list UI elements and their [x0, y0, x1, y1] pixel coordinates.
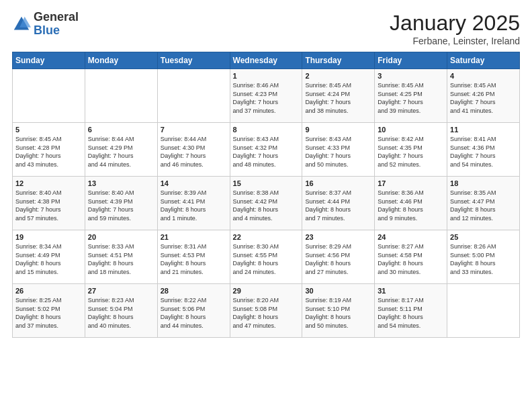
day-info: Sunrise: 8:38 AM Sunset: 4:42 PM Dayligh… — [233, 189, 300, 222]
day-number: 5 — [15, 126, 82, 134]
day-number: 17 — [378, 179, 444, 187]
col-thursday: Thursday — [302, 52, 375, 69]
day-number: 18 — [450, 179, 517, 187]
day-info: Sunrise: 8:23 AM Sunset: 5:04 PM Dayligh… — [88, 296, 154, 330]
day-info: Sunrise: 8:26 AM Sunset: 5:00 PM Dayligh… — [450, 242, 517, 276]
day-number: 29 — [233, 287, 300, 295]
calendar-cell: 19Sunrise: 8:34 AM Sunset: 4:49 PM Dayli… — [13, 230, 85, 284]
day-info: Sunrise: 8:30 AM Sunset: 4:55 PM Dayligh… — [233, 242, 300, 276]
calendar-cell: 3Sunrise: 8:45 AM Sunset: 4:25 PM Daylig… — [375, 69, 447, 123]
day-info: Sunrise: 8:45 AM Sunset: 4:24 PM Dayligh… — [305, 81, 371, 115]
calendar-cell: 29Sunrise: 8:20 AM Sunset: 5:08 PM Dayli… — [230, 284, 302, 338]
day-info: Sunrise: 8:37 AM Sunset: 4:44 PM Dayligh… — [305, 189, 371, 222]
calendar-cell: 28Sunrise: 8:22 AM Sunset: 5:06 PM Dayli… — [157, 284, 230, 338]
calendar-week-row: 5Sunrise: 8:45 AM Sunset: 4:28 PM Daylig… — [13, 123, 520, 177]
day-info: Sunrise: 8:27 AM Sunset: 4:58 PM Dayligh… — [378, 242, 444, 276]
calendar-subtitle: Ferbane, Leinster, Ireland — [390, 36, 520, 46]
calendar-cell: 27Sunrise: 8:23 AM Sunset: 5:04 PM Dayli… — [85, 284, 157, 338]
logo: General Blue — [12, 11, 79, 38]
day-info: Sunrise: 8:33 AM Sunset: 4:51 PM Dayligh… — [88, 242, 154, 276]
calendar-cell: 22Sunrise: 8:30 AM Sunset: 4:55 PM Dayli… — [230, 230, 302, 284]
day-info: Sunrise: 8:45 AM Sunset: 4:26 PM Dayligh… — [450, 81, 517, 115]
col-wednesday: Wednesday — [230, 52, 302, 69]
day-number: 31 — [378, 287, 444, 295]
day-number: 26 — [15, 287, 82, 295]
day-info: Sunrise: 8:43 AM Sunset: 4:33 PM Dayligh… — [305, 135, 371, 169]
calendar-week-row: 19Sunrise: 8:34 AM Sunset: 4:49 PM Dayli… — [13, 230, 520, 284]
logo-icon — [12, 15, 31, 34]
day-info: Sunrise: 8:31 AM Sunset: 4:53 PM Dayligh… — [161, 242, 227, 276]
day-info: Sunrise: 8:20 AM Sunset: 5:08 PM Dayligh… — [233, 296, 300, 330]
day-number: 2 — [305, 72, 371, 80]
day-number: 12 — [15, 179, 82, 187]
calendar-week-row: 1Sunrise: 8:46 AM Sunset: 4:23 PM Daylig… — [13, 69, 520, 123]
calendar-header-row: Sunday Monday Tuesday Wednesday Thursday… — [13, 52, 520, 69]
day-info: Sunrise: 8:25 AM Sunset: 5:02 PM Dayligh… — [15, 296, 82, 330]
day-info: Sunrise: 8:45 AM Sunset: 4:28 PM Dayligh… — [15, 135, 82, 169]
day-info: Sunrise: 8:44 AM Sunset: 4:29 PM Dayligh… — [88, 135, 154, 169]
day-info: Sunrise: 8:41 AM Sunset: 4:36 PM Dayligh… — [450, 135, 517, 169]
calendar-cell: 21Sunrise: 8:31 AM Sunset: 4:53 PM Dayli… — [157, 230, 230, 284]
calendar-cell: 1Sunrise: 8:46 AM Sunset: 4:23 PM Daylig… — [230, 69, 302, 123]
day-info: Sunrise: 8:35 AM Sunset: 4:47 PM Dayligh… — [450, 189, 517, 222]
title-block: January 2025 Ferbane, Leinster, Ireland — [390, 11, 520, 46]
calendar-cell — [447, 284, 520, 338]
day-number: 28 — [161, 287, 227, 295]
day-number: 1 — [233, 72, 300, 80]
day-number: 24 — [378, 233, 444, 241]
day-number: 25 — [450, 233, 517, 241]
day-number: 19 — [15, 233, 82, 241]
day-number: 14 — [161, 179, 227, 187]
day-info: Sunrise: 8:42 AM Sunset: 4:35 PM Dayligh… — [378, 135, 444, 169]
calendar-cell: 5Sunrise: 8:45 AM Sunset: 4:28 PM Daylig… — [13, 123, 85, 177]
day-number: 13 — [88, 179, 154, 187]
day-number: 4 — [450, 72, 517, 80]
day-number: 16 — [305, 179, 371, 187]
calendar-week-row: 26Sunrise: 8:25 AM Sunset: 5:02 PM Dayli… — [13, 284, 520, 338]
calendar-cell: 10Sunrise: 8:42 AM Sunset: 4:35 PM Dayli… — [375, 123, 447, 177]
day-number: 15 — [233, 179, 300, 187]
calendar-cell: 4Sunrise: 8:45 AM Sunset: 4:26 PM Daylig… — [447, 69, 520, 123]
calendar-cell: 25Sunrise: 8:26 AM Sunset: 5:00 PM Dayli… — [447, 230, 520, 284]
day-number: 8 — [233, 126, 300, 134]
day-info: Sunrise: 8:22 AM Sunset: 5:06 PM Dayligh… — [161, 296, 227, 330]
calendar-cell: 2Sunrise: 8:45 AM Sunset: 4:24 PM Daylig… — [302, 69, 375, 123]
calendar-cell: 18Sunrise: 8:35 AM Sunset: 4:47 PM Dayli… — [447, 177, 520, 230]
calendar-cell: 26Sunrise: 8:25 AM Sunset: 5:02 PM Dayli… — [13, 284, 85, 338]
calendar-cell: 20Sunrise: 8:33 AM Sunset: 4:51 PM Dayli… — [85, 230, 157, 284]
calendar-week-row: 12Sunrise: 8:40 AM Sunset: 4:38 PM Dayli… — [13, 177, 520, 230]
col-friday: Friday — [375, 52, 447, 69]
col-tuesday: Tuesday — [157, 52, 230, 69]
day-number: 7 — [161, 126, 227, 134]
day-number: 21 — [161, 233, 227, 241]
day-info: Sunrise: 8:44 AM Sunset: 4:30 PM Dayligh… — [161, 135, 227, 169]
day-number: 20 — [88, 233, 154, 241]
day-number: 10 — [378, 126, 444, 134]
day-number: 23 — [305, 233, 371, 241]
calendar-cell: 12Sunrise: 8:40 AM Sunset: 4:38 PM Dayli… — [13, 177, 85, 230]
calendar-cell: 14Sunrise: 8:39 AM Sunset: 4:41 PM Dayli… — [157, 177, 230, 230]
calendar-cell: 17Sunrise: 8:36 AM Sunset: 4:46 PM Dayli… — [375, 177, 447, 230]
col-saturday: Saturday — [447, 52, 520, 69]
day-info: Sunrise: 8:40 AM Sunset: 4:38 PM Dayligh… — [15, 189, 82, 222]
calendar-cell: 13Sunrise: 8:40 AM Sunset: 4:39 PM Dayli… — [85, 177, 157, 230]
day-number: 22 — [233, 233, 300, 241]
calendar-cell: 6Sunrise: 8:44 AM Sunset: 4:29 PM Daylig… — [85, 123, 157, 177]
calendar-cell: 31Sunrise: 8:17 AM Sunset: 5:11 PM Dayli… — [375, 284, 447, 338]
page-header: General Blue January 2025 Ferbane, Leins… — [12, 11, 520, 46]
day-info: Sunrise: 8:36 AM Sunset: 4:46 PM Dayligh… — [378, 189, 444, 222]
day-number: 11 — [450, 126, 517, 134]
calendar-table: Sunday Monday Tuesday Wednesday Thursday… — [12, 52, 520, 338]
day-number: 30 — [305, 287, 371, 295]
day-info: Sunrise: 8:19 AM Sunset: 5:10 PM Dayligh… — [305, 296, 371, 330]
calendar-cell — [157, 69, 230, 123]
day-number: 9 — [305, 126, 371, 134]
col-sunday: Sunday — [13, 52, 85, 69]
day-number: 3 — [378, 72, 444, 80]
day-info: Sunrise: 8:45 AM Sunset: 4:25 PM Dayligh… — [378, 81, 444, 115]
calendar-cell: 7Sunrise: 8:44 AM Sunset: 4:30 PM Daylig… — [157, 123, 230, 177]
calendar-cell — [13, 69, 85, 123]
calendar-cell: 30Sunrise: 8:19 AM Sunset: 5:10 PM Dayli… — [302, 284, 375, 338]
day-info: Sunrise: 8:34 AM Sunset: 4:49 PM Dayligh… — [15, 242, 82, 276]
calendar-cell: 23Sunrise: 8:29 AM Sunset: 4:56 PM Dayli… — [302, 230, 375, 284]
